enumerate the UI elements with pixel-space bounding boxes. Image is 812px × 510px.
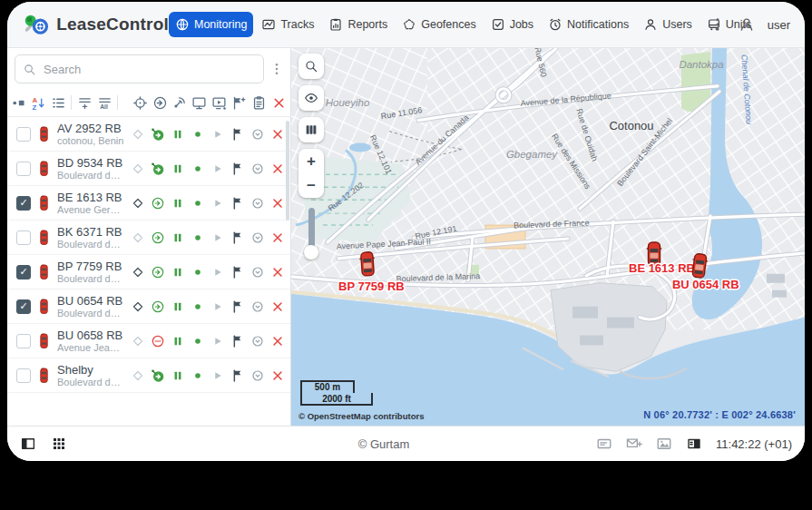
user-icon[interactable]: [739, 16, 755, 33]
remove-from-list-icon[interactable]: [270, 162, 285, 176]
remove-from-list-icon[interactable]: [270, 265, 285, 280]
quick-track-icon[interactable]: [210, 334, 225, 348]
unit-menu-icon[interactable]: [250, 265, 265, 280]
show-on-map-icon[interactable]: [131, 196, 145, 211]
search-input[interactable]: [42, 62, 256, 77]
unit-menu-icon[interactable]: [250, 368, 265, 383]
map-search-button[interactable]: [298, 54, 324, 79]
notification-flag-icon[interactable]: [230, 196, 245, 211]
map-visibility-button[interactable]: [298, 85, 324, 111]
search-menu-button[interactable]: [267, 57, 287, 81]
zoom-out-button[interactable]: −: [298, 173, 324, 198]
unit-row[interactable]: BD 9534 RB Boulevard de la Mari...: [7, 152, 290, 186]
show-on-map-icon[interactable]: [131, 299, 145, 314]
clear-list-icon[interactable]: [269, 91, 289, 114]
unit-menu-icon[interactable]: [250, 299, 265, 314]
unit-visibility-icon[interactable]: [9, 91, 29, 114]
send-command-icon[interactable]: [150, 91, 170, 114]
unit-row[interactable]: ✓ BU 0654 RB Boulevard de la Mari...: [7, 289, 290, 324]
monitoring-screen-icon[interactable]: [190, 91, 210, 114]
signal-state-icon[interactable]: [170, 91, 190, 114]
tab-geofences[interactable]: Geofences: [396, 12, 482, 37]
tab-monitoring[interactable]: Monitoring: [169, 12, 253, 37]
unit-checkbox[interactable]: ✓: [16, 196, 31, 211]
show-on-map-icon[interactable]: [131, 230, 145, 245]
toggle-panel-icon[interactable]: [20, 436, 36, 452]
remove-from-list-icon[interactable]: [270, 196, 285, 211]
unit-checkbox[interactable]: [16, 162, 31, 176]
show-on-map-icon[interactable]: [131, 162, 145, 176]
unit-checkbox[interactable]: [16, 334, 31, 348]
show-all-units-icon[interactable]: [94, 91, 114, 114]
unit-marker[interactable]: [359, 251, 376, 276]
show-on-map-icon[interactable]: [131, 334, 145, 348]
remove-from-list-icon[interactable]: [270, 127, 285, 142]
unit-row[interactable]: AV 2952 RB cotonou, Benin: [7, 117, 290, 152]
remove-from-list-icon[interactable]: [270, 334, 285, 348]
quick-track-icon[interactable]: [210, 230, 225, 245]
media-screen-icon[interactable]: [210, 91, 230, 114]
notification-flag-icon[interactable]: [230, 368, 245, 383]
quick-track-icon[interactable]: [210, 265, 225, 280]
media-icon[interactable]: [656, 436, 672, 452]
remove-from-list-icon[interactable]: [270, 368, 285, 383]
map-canvas[interactable]: CotonouHoueyihoDantokpaGbegameyAvenue de…: [291, 48, 805, 426]
unit-menu-icon[interactable]: [250, 230, 265, 245]
quick-track-icon[interactable]: [210, 127, 225, 142]
remove-from-list-icon[interactable]: [270, 230, 285, 245]
apps-grid-icon[interactable]: [51, 436, 67, 452]
map-area[interactable]: CotonouHoueyihoDantokpaGbegameyAvenue de…: [291, 48, 805, 426]
remove-from-list-icon[interactable]: [270, 299, 285, 314]
show-on-map-icon[interactable]: [131, 265, 145, 280]
sort-az-icon[interactable]: [29, 91, 49, 114]
unit-menu-icon[interactable]: [250, 162, 265, 176]
unit-checkbox[interactable]: [16, 368, 31, 383]
tab-notifications[interactable]: Notifications: [542, 12, 635, 37]
zoom-slider-track[interactable]: [308, 208, 315, 250]
show-on-map-icon[interactable]: [130, 91, 150, 114]
add-units-to-list-icon[interactable]: [74, 91, 94, 114]
tab-users[interactable]: Users: [637, 12, 699, 37]
quick-track-icon[interactable]: [210, 299, 225, 314]
notification-flag-icon[interactable]: [230, 334, 245, 348]
tab-jobs[interactable]: Jobs: [484, 12, 540, 37]
map-layers-button[interactable]: [298, 117, 324, 142]
unit-checkbox[interactable]: [16, 230, 31, 245]
unit-row[interactable]: Shelby Boulevard de la Mari...: [7, 358, 290, 393]
unit-checkbox[interactable]: [16, 127, 31, 142]
app-logo[interactable]: LeaseControl: [24, 13, 169, 36]
layout-mode-icon[interactable]: [686, 436, 702, 452]
tab-tracks[interactable]: Tracks: [255, 12, 320, 37]
events-registrar-icon[interactable]: [249, 91, 269, 114]
list-view-icon[interactable]: [49, 91, 69, 114]
quick-track-icon[interactable]: [210, 196, 225, 211]
list-scrollbar[interactable]: [286, 121, 289, 221]
show-on-map-icon[interactable]: [131, 127, 145, 142]
show-on-map-icon[interactable]: [131, 368, 145, 383]
quick-track-icon[interactable]: [210, 162, 225, 176]
tab-reports[interactable]: Reports: [322, 12, 394, 37]
unit-menu-icon[interactable]: [250, 334, 265, 348]
quick-track-icon[interactable]: [210, 368, 225, 383]
messages-icon[interactable]: [596, 436, 612, 452]
new-mail-icon[interactable]: [626, 436, 642, 452]
add-flag-icon[interactable]: [230, 91, 249, 114]
zoom-in-button[interactable]: +: [298, 149, 324, 173]
unit-checkbox[interactable]: ✓: [16, 265, 31, 280]
unit-menu-icon[interactable]: [250, 127, 265, 142]
notification-flag-icon[interactable]: [230, 265, 245, 280]
kebab-icon[interactable]: [709, 16, 726, 33]
copyright[interactable]: © Gurtam: [358, 437, 410, 451]
unit-row[interactable]: BU 0658 RB Avenue Jean-Paul II,...: [7, 324, 290, 358]
zoom-slider-handle[interactable]: [304, 245, 318, 260]
notification-flag-icon[interactable]: [230, 127, 245, 142]
user-name[interactable]: user: [768, 18, 790, 32]
unit-menu-icon[interactable]: [250, 196, 265, 211]
notification-flag-icon[interactable]: [230, 162, 245, 176]
unit-row[interactable]: BK 6371 RB Boulevard de la Mari...: [7, 221, 290, 255]
unit-checkbox[interactable]: ✓: [16, 299, 31, 314]
unit-row[interactable]: ✓ BE 1613 RB Avenue Germain Olo...: [7, 186, 290, 221]
notification-flag-icon[interactable]: [230, 230, 245, 245]
unit-row[interactable]: ✓ BP 7759 RB Boulevard de la Mari...: [7, 255, 290, 289]
notification-flag-icon[interactable]: [230, 299, 245, 314]
